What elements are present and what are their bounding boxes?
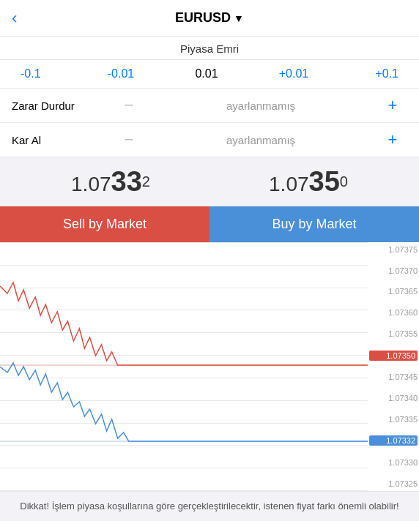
stop-loss-value: ayarlanmamış	[144, 100, 378, 112]
price-label-8: 1.07340	[369, 394, 418, 402]
chart-svg-container	[0, 242, 368, 491]
buy-price-display: 1.07350	[210, 166, 407, 198]
back-button[interactable]: ‹	[12, 9, 17, 28]
inc-large-button[interactable]: +0.1	[369, 66, 404, 82]
price-display: 1.07332 1.07350	[0, 157, 419, 206]
action-buttons: Sell by Market Buy by Market	[0, 206, 419, 242]
price-label-7: 1.07345	[369, 372, 418, 381]
stop-loss-decrease-button[interactable]: −	[114, 96, 144, 115]
take-profit-value: ayarlanmamış	[144, 134, 378, 146]
price-label-5: 1.07355	[369, 329, 418, 338]
order-type-label: Piyasa Emri	[0, 37, 419, 60]
current-lot: 0.01	[195, 67, 218, 80]
take-profit-increase-button[interactable]: +	[378, 130, 407, 149]
take-profit-label: Kar Al	[12, 134, 114, 146]
sell-by-market-button[interactable]: Sell by Market	[0, 206, 210, 242]
header-title: EURUSD▼	[175, 10, 244, 26]
buy-by-market-button[interactable]: Buy by Market	[210, 206, 419, 242]
stop-loss-increase-button[interactable]: +	[378, 96, 407, 115]
dropdown-arrow: ▼	[234, 12, 244, 24]
take-profit-row: Kar Al − ayarlanmamış +	[0, 123, 419, 157]
chart-price-labels: 1.07375 1.07370 1.07365 1.07360 1.07355 …	[368, 242, 419, 491]
sell-price-display: 1.07332	[12, 166, 210, 198]
stop-loss-label: Zarar Durdur	[12, 100, 114, 112]
stop-loss-row: Zarar Durdur − ayarlanmamış +	[0, 89, 419, 123]
sell-price-prefix: 1.07	[71, 173, 111, 195]
dec-large-button[interactable]: -0.1	[15, 66, 47, 82]
buy-price-main: 35	[309, 166, 340, 197]
price-label-3: 1.07365	[369, 287, 418, 296]
price-label-11: 1.07330	[369, 458, 418, 467]
buy-price-label: 1.07332	[369, 435, 418, 446]
buy-price-prefix: 1.07	[269, 173, 309, 195]
price-label-1: 1.07375	[369, 245, 418, 254]
header: ‹ EURUSD▼	[0, 0, 419, 37]
footer-notice: Dikkat! İşlem piyasa koşullarına göre ge…	[0, 491, 419, 521]
currency-pair: EURUSD	[175, 10, 231, 25]
dec-small-button[interactable]: -0.01	[102, 66, 140, 82]
lot-adjustment-row: -0.1 -0.01 0.01 +0.01 +0.1	[0, 60, 419, 89]
price-label-9: 1.07335	[369, 415, 418, 424]
inc-small-button[interactable]: +0.01	[273, 66, 314, 82]
chart-svg	[0, 242, 368, 491]
price-label-12: 1.07325	[369, 479, 418, 488]
take-profit-decrease-button[interactable]: −	[114, 130, 144, 149]
sell-price-super: 2	[142, 173, 150, 190]
price-label-4: 1.07360	[369, 308, 418, 317]
price-label-2: 1.07370	[369, 266, 418, 275]
price-chart: 1.07375 1.07370 1.07365 1.07360 1.07355 …	[0, 242, 419, 491]
sell-price-main: 33	[111, 166, 142, 197]
buy-price-super: 0	[340, 173, 348, 190]
sell-price-label: 1.07350	[369, 351, 418, 361]
